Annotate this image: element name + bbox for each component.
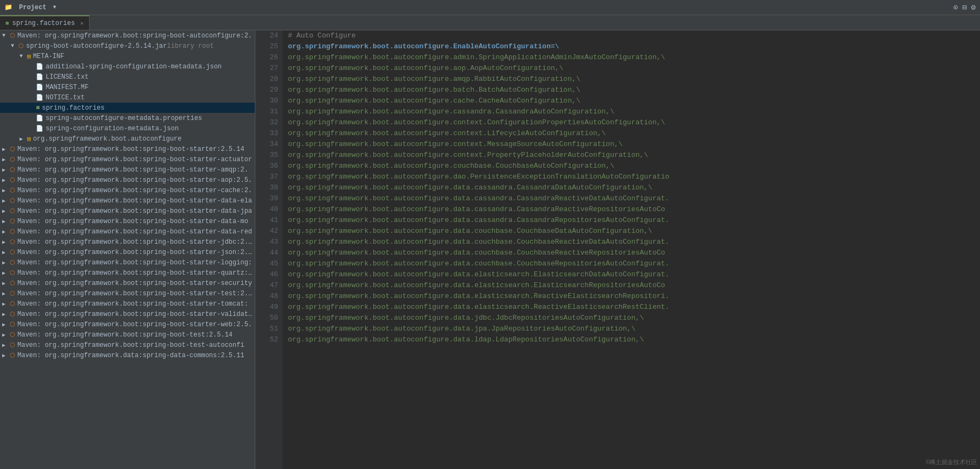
tree-item-maven-starter-actuator[interactable]: ▶⬡Maven: org.springframework.boot:spring… [0,154,255,164]
tree-item-maven-starter[interactable]: ▶⬡Maven: org.springframework.boot:spring… [0,144,255,154]
tree-item-spring-autoconfigure-meta[interactable]: 📄spring-autoconfigure-metadata.propertie… [0,113,255,123]
tree-arrow[interactable]: ▶ [2,342,10,348]
tree-arrow[interactable]: ▶ [2,321,10,328]
code-text: org.springframework.boot.autoconfigure.c… [288,162,614,170]
tree-item-maven-starter-cache[interactable]: ▶⬡Maven: org.springframework.boot:spring… [0,185,255,195]
tree-arrow[interactable]: ▶ [2,156,10,163]
tree-item-maven-starter-jdbc[interactable]: ▶⬡Maven: org.springframework.boot:spring… [0,237,255,247]
tree-arrow[interactable]: ▶ [2,146,10,153]
tree-item-icon: ⬡ [10,249,15,256]
tree-item-additional-spring[interactable]: 📄additional-spring-configuration-metadat… [0,61,255,72]
tree-item-org-springframework[interactable]: ▶▤org.springframework.boot.autoconfigure [0,134,255,144]
tree-arrow[interactable]: ▶ [2,332,10,338]
main-layout: ▼⬡Maven: org.springframework.boot:spring… [0,30,980,469]
dropdown-arrow[interactable]: ▼ [53,4,56,10]
tree-item-icon: 📄 [36,73,43,81]
code-text: org.springframework.boot.autoconfigure.d… [288,314,644,322]
line-number: 49 [255,302,278,313]
tree-item-maven-starter-json[interactable]: ▶⬡Maven: org.springframework.boot:spring… [0,247,255,257]
tab-bar: ■ spring.factories ✕ [0,15,980,30]
tree-item-maven-starter-logging[interactable]: ▶⬡Maven: org.springframework.boot:spring… [0,257,255,268]
tree-item-icon: ⬡ [10,218,15,225]
tree-arrow[interactable]: ▶ [2,239,10,245]
tree-arrow[interactable]: ▶ [2,167,10,173]
tree-arrow[interactable]: ▼ [11,43,18,49]
tree-item-manifest[interactable]: 📄MANIFEST.MF [0,82,255,92]
tab-spring-factories[interactable]: ■ spring.factories ✕ [0,15,90,30]
tree-arrow[interactable]: ▶ [2,198,10,204]
tree-arrow[interactable]: ▶ [2,229,10,235]
tree-arrow[interactable]: ▶ [2,249,10,256]
tree-item-maven-root[interactable]: ▼⬡Maven: org.springframework.boot:spring… [0,30,255,41]
tree-item-maven-boot-test-autoconfig[interactable]: ▶⬡Maven: org.springframework.boot:spring… [0,340,255,350]
tree-item-label: Maven: org.springframework.boot:spring-b… [17,197,252,205]
tree-item-maven-starter-aop[interactable]: ▶⬡Maven: org.springframework.boot:spring… [0,175,255,185]
tree-item-maven-starter-amqp[interactable]: ▶⬡Maven: org.springframework.boot:spring… [0,164,255,175]
tree-arrow[interactable]: ▶ [2,208,10,214]
tree-arrow[interactable]: ▶ [2,311,10,318]
tree-item-icon: ▤ [27,53,31,60]
tree-item-notice[interactable]: 📄NOTICE.txt [0,92,255,103]
tree-item-meta-inf[interactable]: ▼▤META-INF [0,51,255,61]
line-number: 39 [255,193,278,204]
tree-arrow[interactable]: ▶ [2,280,10,287]
line-number: 43 [255,237,278,248]
code-text: org.springframework.boot.autoconfigure.d… [288,238,669,246]
tree-item-spring-factories[interactable]: ■spring.factories [0,103,255,113]
indent-spacer [0,62,28,71]
code-text: org.springframework.boot.autoconfigure.d… [288,270,669,278]
tree-arrow[interactable]: ▶ [2,187,10,194]
tree-item-maven-starter-data-mo[interactable]: ▶⬡Maven: org.springframework.boot:spring… [0,216,255,226]
line-number: 32 [255,117,278,128]
tree-item-maven-boot-test[interactable]: ▶⬡Maven: org.springframework.boot:spring… [0,329,255,340]
code-line-43: org.springframework.boot.autoconfigure.d… [288,237,980,248]
tree-item-label: Maven: org.springframework.boot:spring-b… [17,259,252,267]
tree-item-license[interactable]: 📄LICENSE.txt [0,72,255,82]
tree-item-jar-root[interactable]: ▼⬡spring-boot-autoconfigure-2.5.14.jar l… [0,41,255,51]
tree-item-maven-starter-data-jpa[interactable]: ▶⬡Maven: org.springframework.boot:spring… [0,206,255,216]
tree-item-maven-starter-quartz[interactable]: ▶⬡Maven: org.springframework.boot:spring… [0,268,255,278]
tree-item-maven-starter-tomcat[interactable]: ▶⬡Maven: org.springframework.boot:spring… [0,299,255,309]
tree-arrow[interactable]: ▶ [20,136,27,142]
tree-item-icon: ⬡ [10,269,15,277]
tree-arrow[interactable]: ▶ [2,218,10,225]
tree-arrow[interactable]: ▶ [2,177,10,183]
tree-item-maven-starter-data-red[interactable]: ▶⬡Maven: org.springframework.boot:spring… [0,226,255,237]
tree-item-icon: ⬡ [10,300,15,308]
code-text: org.springframework.boot.autoconfigure.c… [288,107,614,116]
tree-arrow[interactable]: ▶ [2,352,10,359]
tree-item-spring-config-meta[interactable]: 📄spring-configuration-metadata.json [0,123,255,134]
collapse-icon[interactable]: ⊟ [962,3,966,12]
code-line-30: org.springframework.boot.autoconfigure.c… [288,96,980,106]
tree-item-maven-data-commons[interactable]: ▶⬡Maven: org.springframework.data:spring… [0,350,255,360]
line-number: 30 [255,96,278,106]
locate-icon[interactable]: ⊙ [953,3,958,12]
tree-item-label: NOTICE.txt [46,94,85,102]
code-text: org.springframework.boot.autoconfigure.a… [288,53,665,61]
tree-item-icon: ⬡ [18,42,24,50]
code-line-36: org.springframework.boot.autoconfigure.c… [288,161,980,172]
tree-arrow[interactable]: ▶ [2,290,10,297]
line-number: 31 [255,106,278,117]
tab-close-icon[interactable]: ✕ [80,20,84,27]
tree-item-maven-starter-web[interactable]: ▶⬡Maven: org.springframework.boot:spring… [0,319,255,329]
code-text: org.springframework.boot.autoconfigure.d… [288,173,669,181]
tree-arrow[interactable]: ▶ [2,301,10,307]
tree-item-maven-starter-security[interactable]: ▶⬡Maven: org.springframework.boot:spring… [0,278,255,288]
settings-icon[interactable]: ⚙ [971,3,976,12]
code-line-37: org.springframework.boot.autoconfigure.d… [288,172,980,182]
tree-arrow[interactable]: ▶ [2,259,10,266]
tree-item-label: spring-configuration-metadata.json [46,125,179,132]
code-text: org.springframework.boot.autoconfigure.c… [288,118,665,126]
tree-item-label: spring-autoconfigure-metadata.properties [46,115,202,122]
tree-arrow[interactable]: ▶ [2,270,10,276]
tree-arrow[interactable]: ▼ [2,33,10,39]
line-number: 24 [255,30,278,41]
code-text: org.springframework.boot.autoconfigure.E… [288,42,559,50]
tree-arrow[interactable]: ▼ [20,53,27,59]
code-text: org.springframework.boot.autoconfigure.d… [288,216,669,224]
tree-item-maven-starter-data-ela[interactable]: ▶⬡Maven: org.springframework.boot:spring… [0,195,255,206]
tree-item-maven-starter-validation[interactable]: ▶⬡Maven: org.springframework.boot:spring… [0,309,255,319]
tree-item-maven-starter-test[interactable]: ▶⬡Maven: org.springframework.boot:spring… [0,288,255,299]
code-line-24: # Auto Configure [288,30,980,41]
